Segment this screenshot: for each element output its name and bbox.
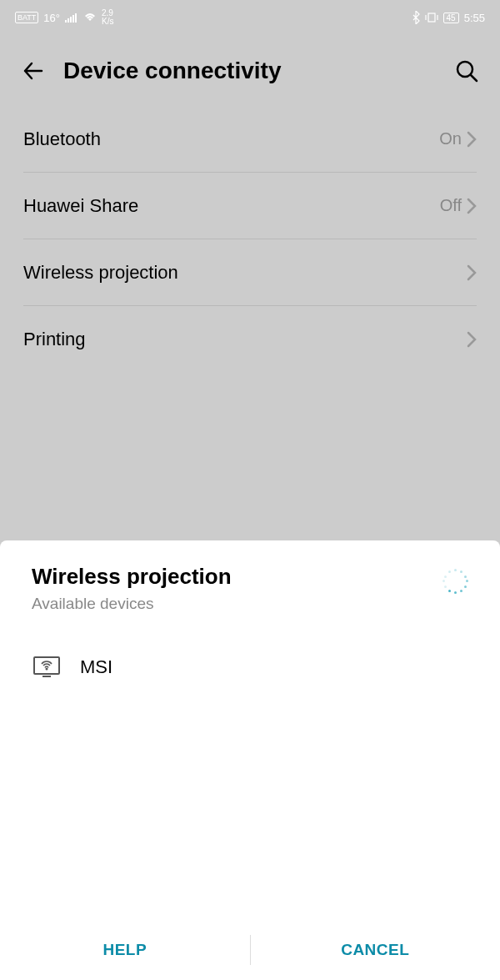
status-left: BATT 16° 2.9 K/s xyxy=(15,9,113,26)
search-button[interactable] xyxy=(448,53,485,89)
sheet-title: Wireless projection xyxy=(32,564,443,590)
cancel-button[interactable]: CANCEL xyxy=(251,920,501,980)
chevron-right-icon xyxy=(467,131,477,148)
svg-point-12 xyxy=(46,668,48,671)
chevron-right-icon xyxy=(467,198,477,214)
svg-rect-10 xyxy=(34,657,59,674)
clock: 5:55 xyxy=(464,12,485,24)
back-arrow-icon xyxy=(20,58,47,84)
svg-rect-4 xyxy=(75,13,77,23)
screen-cast-icon xyxy=(32,652,62,682)
svg-line-9 xyxy=(471,75,477,81)
bluetooth-icon xyxy=(412,11,420,24)
setting-wireless-projection[interactable]: Wireless projection xyxy=(23,239,477,306)
device-name: MSI xyxy=(80,656,112,678)
device-item[interactable]: MSI xyxy=(32,643,468,691)
setting-label: Printing xyxy=(23,329,86,350)
help-button[interactable]: HELP xyxy=(0,920,250,980)
svg-rect-5 xyxy=(428,13,435,22)
settings-list: Bluetooth On Huawei Share Off Wireless p… xyxy=(0,106,500,373)
chevron-right-icon xyxy=(467,331,477,348)
svg-rect-0 xyxy=(65,20,67,23)
setting-value: Off xyxy=(440,196,462,215)
signal-icon xyxy=(65,13,78,23)
status-bar: BATT 16° 2.9 K/s 45 5:55 xyxy=(0,0,500,35)
loading-spinner-icon xyxy=(443,569,468,594)
chevron-right-icon xyxy=(467,264,477,281)
setting-huawei-share[interactable]: Huawei Share Off xyxy=(23,173,477,239)
svg-rect-11 xyxy=(42,676,51,677)
vibrate-icon xyxy=(425,12,438,23)
page-title: Device connectivity xyxy=(63,58,448,84)
bottom-sheet: Wireless projection Available devices MS… xyxy=(0,540,500,980)
svg-rect-3 xyxy=(72,15,74,23)
wifi-icon xyxy=(83,13,97,23)
battery-percent: 45 xyxy=(443,13,459,23)
device-list: MSI xyxy=(0,628,500,920)
battery-badge-icon: BATT xyxy=(15,12,38,23)
sheet-header: Wireless projection Available devices xyxy=(0,540,500,628)
svg-rect-1 xyxy=(68,18,69,23)
search-icon xyxy=(454,58,479,83)
back-button[interactable] xyxy=(15,53,52,89)
setting-bluetooth[interactable]: Bluetooth On xyxy=(23,106,477,173)
network-speed: 2.9 K/s xyxy=(102,9,113,26)
setting-label: Wireless projection xyxy=(23,262,178,284)
setting-label: Huawei Share xyxy=(23,195,138,217)
setting-label: Bluetooth xyxy=(23,128,101,150)
status-right: 45 5:55 xyxy=(412,11,485,24)
setting-value: On xyxy=(439,129,462,148)
sheet-subtitle: Available devices xyxy=(32,595,443,613)
svg-rect-2 xyxy=(70,17,72,23)
setting-printing[interactable]: Printing xyxy=(23,306,477,373)
temp-label: 16° xyxy=(43,12,60,24)
header: Device connectivity xyxy=(0,35,500,106)
sheet-actions: HELP CANCEL xyxy=(0,920,500,980)
